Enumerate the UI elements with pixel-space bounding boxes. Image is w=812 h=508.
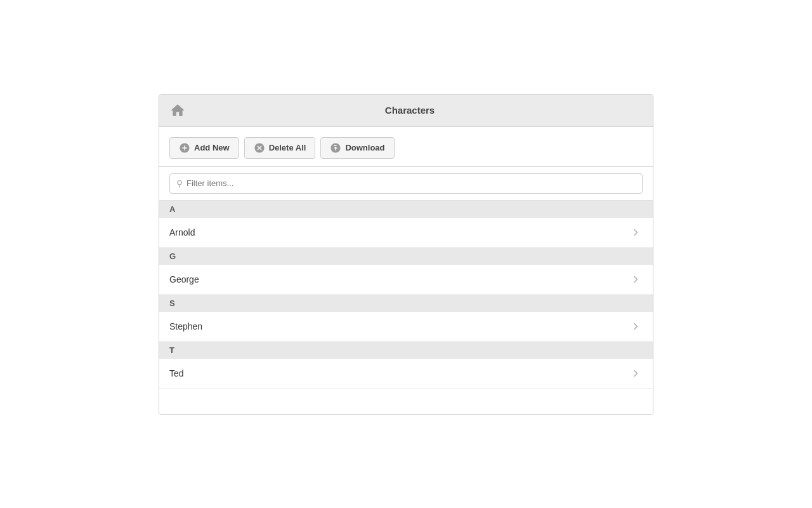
delete-all-button[interactable]: Delete All: [244, 137, 316, 159]
chevron-right-icon: [629, 272, 643, 286]
panel-title: Characters: [193, 105, 626, 116]
group-header-t: T: [159, 342, 653, 359]
chevron-right-icon: [629, 366, 643, 380]
group-header-a: A: [159, 201, 653, 218]
list-item-name: Stephen: [169, 321, 202, 331]
search-input[interactable]: [187, 178, 636, 188]
add-new-button[interactable]: Add New: [169, 137, 239, 159]
toolbar: Add New Delete All Download: [159, 127, 653, 167]
list-item-name: Arnold: [169, 227, 195, 237]
delete-icon: [254, 142, 265, 154]
list-item[interactable]: Arnold: [159, 218, 653, 248]
list-item-name: Ted: [169, 368, 184, 378]
list-item-name: George: [169, 274, 199, 284]
home-icon[interactable]: [169, 102, 186, 119]
group-header-g: G: [159, 248, 653, 265]
download-button[interactable]: Download: [320, 137, 394, 159]
list-item[interactable]: Ted: [159, 359, 653, 389]
chevron-right-icon: [629, 319, 643, 333]
bottom-padding: [159, 389, 653, 414]
characters-list: AArnoldGGeorgeSStephenTTed: [159, 201, 653, 389]
search-container: ⚲: [159, 167, 653, 201]
list-item[interactable]: Stephen: [159, 312, 653, 342]
search-icon: ⚲: [176, 178, 183, 189]
panel-header: Characters: [159, 95, 653, 127]
add-icon: [179, 142, 190, 154]
group-header-s: S: [159, 295, 653, 312]
characters-panel: Characters Add New Delete All Download ⚲: [159, 94, 653, 415]
chevron-right-icon: [629, 225, 643, 239]
search-input-wrap: ⚲: [169, 173, 643, 194]
download-icon: [330, 142, 341, 154]
list-item[interactable]: George: [159, 265, 653, 295]
